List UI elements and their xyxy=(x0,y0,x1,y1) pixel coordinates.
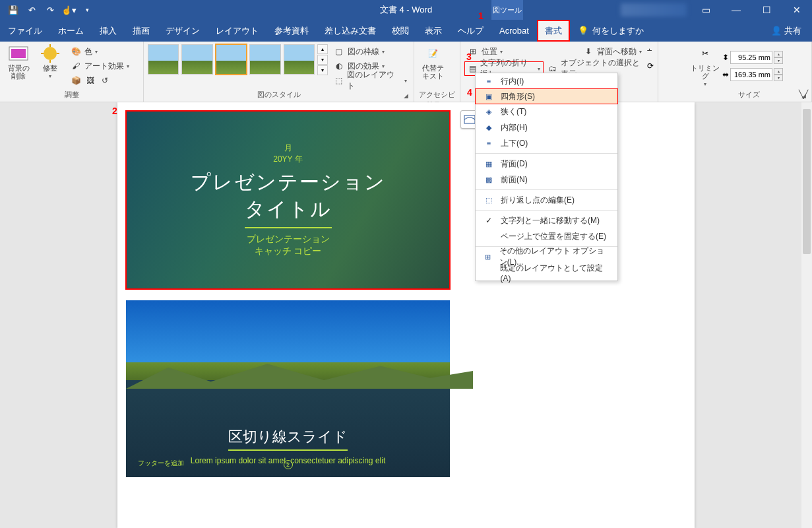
height-icon: ⬍ xyxy=(722,53,729,62)
picture-style-3[interactable] xyxy=(216,44,247,75)
annotation-1: 1 xyxy=(478,11,484,21)
picture-border-button[interactable]: ▢図の枠線▾ xyxy=(330,44,410,59)
tab-file[interactable]: ファイル xyxy=(0,20,50,42)
vertical-scrollbar[interactable] xyxy=(801,102,812,528)
width-input[interactable] xyxy=(730,68,772,81)
align-icon[interactable]: ⫠ xyxy=(646,44,654,59)
ribbon-display-icon[interactable]: ▭ xyxy=(691,0,721,20)
move-with-text[interactable]: ✓文字列と一緒に移動する(M) xyxy=(476,213,617,228)
slide1-subtitle-1: プレゼンテーション xyxy=(247,234,330,246)
corrections-button[interactable]: 修整 ▾ xyxy=(36,44,65,88)
slide1-year: 20YY 年 xyxy=(273,154,302,165)
wrap-through[interactable]: ◆内部(H) xyxy=(476,119,617,135)
wrap-front[interactable]: ▩前面(N) xyxy=(476,172,617,187)
group-accessibility-label: アクセシビリティ xyxy=(418,90,456,100)
scroll-thumb[interactable] xyxy=(803,109,811,254)
style-scroll-up[interactable]: ▴ xyxy=(317,44,328,54)
wrap-tight[interactable]: ◈狭く(T) xyxy=(476,104,617,119)
style-gallery-more[interactable]: ▾ xyxy=(317,65,328,75)
send-back-icon: ⬇ xyxy=(582,46,594,57)
tab-design[interactable]: デザイン xyxy=(158,20,208,42)
picture-layout-button[interactable]: ⬚図のレイアウト▾ xyxy=(330,73,410,88)
picture-style-1[interactable] xyxy=(148,44,179,75)
style-scroll-down[interactable]: ▾ xyxy=(317,55,328,65)
svg-rect-7 xyxy=(464,116,475,123)
height-up[interactable]: ▴ xyxy=(774,51,783,57)
picture-style-5[interactable] xyxy=(284,44,315,75)
picture-tools-tab-header: 図ツール xyxy=(491,0,523,20)
tab-references[interactable]: 参考資料 xyxy=(266,20,317,42)
crop-button[interactable]: ✂ トリミング ▾ xyxy=(691,44,720,87)
redo-icon[interactable]: ↷ xyxy=(42,2,58,18)
close-icon[interactable]: ✕ xyxy=(782,0,812,20)
set-default-layout[interactable]: 既定のレイアウトとして設定(A) xyxy=(476,265,617,280)
reset-picture-icon[interactable]: ↺ xyxy=(99,75,111,86)
slide1-subtitle-2: キャッチ コピー xyxy=(255,246,322,257)
tab-home[interactable]: ホーム xyxy=(50,20,92,42)
selected-image-1[interactable]: 月 20YY 年 プレゼンテーション タイトル プレゼンテーション キャッチ コ… xyxy=(125,110,451,290)
wrap-top-bottom[interactable]: ≡上下(O) xyxy=(476,135,617,151)
width-down[interactable]: ▾ xyxy=(774,75,783,81)
tab-draw[interactable]: 描画 xyxy=(125,20,158,42)
share-button[interactable]: 👤共有 xyxy=(771,25,801,37)
share-icon: 👤 xyxy=(771,26,782,36)
compress-icon[interactable]: 📦 xyxy=(70,75,82,86)
tab-acrobat[interactable]: Acrobat xyxy=(491,20,537,42)
width-icon: ⬌ xyxy=(722,70,729,79)
minimize-icon[interactable]: — xyxy=(721,0,751,20)
height-down[interactable]: ▾ xyxy=(774,57,783,64)
height-input[interactable] xyxy=(730,51,772,64)
wrap-inline[interactable]: ≡行内(I) xyxy=(476,73,617,89)
collapse-ribbon-icon[interactable]: ╲╱ xyxy=(799,90,808,99)
tab-review[interactable]: 校閲 xyxy=(384,20,417,42)
wrap-tight-icon: ◈ xyxy=(484,106,494,117)
slide1-title-line1: プレゼンテーション xyxy=(191,169,386,196)
send-backward-button[interactable]: ⬇背面へ移動▾ xyxy=(580,44,644,59)
tab-help[interactable]: ヘルプ xyxy=(450,20,491,42)
slide2-footer: フッターを追加 xyxy=(138,459,184,468)
width-up[interactable]: ▴ xyxy=(774,68,783,75)
tab-view[interactable]: 表示 xyxy=(417,20,450,42)
remove-background-button[interactable]: 背景の 削除 xyxy=(4,44,33,88)
tell-me-search[interactable]: 💡何をしますか xyxy=(578,25,644,37)
tab-layout[interactable]: レイアウト xyxy=(208,20,266,42)
group-adjust-label: 調整 xyxy=(4,90,139,100)
crop-icon: ✂ xyxy=(695,44,716,63)
tab-mailings[interactable]: 差し込み文書 xyxy=(317,20,384,42)
artistic-icon: 🖌 xyxy=(70,60,82,72)
change-picture-icon[interactable]: 🖼 xyxy=(84,75,96,86)
remove-bg-icon xyxy=(8,44,29,63)
image-2[interactable]: 区切り線スライド Lorem ipsum dolor sit amet, con… xyxy=(126,300,450,477)
tab-format[interactable]: 書式 xyxy=(537,20,570,42)
wrap-topbottom-icon: ≡ xyxy=(484,138,494,148)
picture-style-2[interactable] xyxy=(181,44,212,75)
wrap-through-icon: ◆ xyxy=(484,122,494,133)
annotation-2: 2 xyxy=(112,106,117,116)
slide1-title-line2: タイトル xyxy=(245,196,332,228)
save-icon[interactable]: 💾 xyxy=(5,2,21,18)
tab-insert[interactable]: 挿入 xyxy=(92,20,125,42)
alt-text-button[interactable]: 📝 代替テ キスト xyxy=(418,44,447,80)
artistic-effects-button[interactable]: 🖌アート効果▾ xyxy=(67,59,132,73)
annotation-3: 3 xyxy=(466,51,472,62)
touch-mode-icon[interactable]: ☝▾ xyxy=(61,2,77,18)
rotate-icon[interactable]: ⟳ xyxy=(647,61,654,76)
wrap-behind[interactable]: ▦背面(D) xyxy=(476,156,617,172)
more-layout-icon: ⊞ xyxy=(484,251,493,262)
document-area: 月 20YY 年 プレゼンテーション タイトル プレゼンテーション キャッチ コ… xyxy=(0,102,812,528)
wrap-square-icon: ▣ xyxy=(484,91,494,102)
maximize-icon[interactable]: ☐ xyxy=(751,0,782,20)
qat-customize-icon[interactable]: ▾ xyxy=(79,2,95,18)
styles-dialog-launcher[interactable]: ◢ xyxy=(402,92,410,100)
user-account[interactable] xyxy=(621,3,687,16)
ribbon-tabs: ファイル ホーム 挿入 描画 デザイン レイアウト 参考資料 差し込み文書 校閲… xyxy=(0,20,812,42)
undo-icon[interactable]: ↶ xyxy=(24,2,40,18)
edit-wrap-points[interactable]: ⬚折り返し点の編集(E) xyxy=(476,192,617,208)
color-button[interactable]: 🎨色▾ xyxy=(67,44,132,59)
wrap-inline-icon: ≡ xyxy=(484,76,494,86)
picture-style-4[interactable] xyxy=(249,44,280,75)
lightbulb-icon: 💡 xyxy=(578,26,588,36)
effects-icon: ◐ xyxy=(333,60,345,72)
fix-position[interactable]: ページ上で位置を固定する(E) xyxy=(476,228,617,244)
wrap-square[interactable]: ▣四角形(S) xyxy=(475,88,618,104)
